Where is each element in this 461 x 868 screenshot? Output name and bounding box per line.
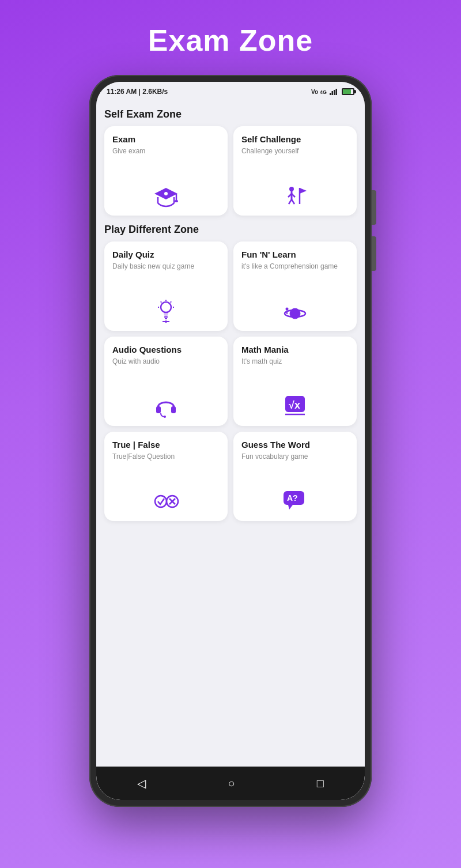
self-challenge-title: Self Challenge xyxy=(241,134,349,144)
true-false-sub: True|False Question xyxy=(112,452,220,462)
svg-line-22 xyxy=(171,301,171,303)
svg-line-12 xyxy=(289,199,292,204)
play-zone-grid: Daily Quiz Daily basic new quiz game xyxy=(104,241,357,521)
status-bar: 11:26 AM | 2.6KB/s Vo 4G xyxy=(96,82,365,99)
app-header: Self Exam Zone xyxy=(104,108,357,120)
self-challenge-card[interactable]: Self Challenge Challenge yourself xyxy=(233,126,357,216)
recent-button[interactable]: □ xyxy=(305,772,335,795)
planet-icon xyxy=(241,301,349,324)
true-false-card[interactable]: True | False True|False Question xyxy=(104,432,228,521)
fun-n-learn-sub: it's like a Comprehension game xyxy=(241,262,349,271)
guess-word-sub: Fun vocabulary game xyxy=(241,452,349,462)
nav-bar: ◁ ○ □ xyxy=(96,767,365,800)
back-button[interactable]: ◁ xyxy=(126,772,157,795)
bulb-icon xyxy=(112,299,220,324)
daily-quiz-sub: Daily basic new quiz game xyxy=(112,262,220,271)
audio-questions-title: Audio Questions xyxy=(112,345,220,354)
svg-point-37 xyxy=(155,496,167,507)
headphone-icon xyxy=(112,394,220,419)
svg-rect-32 xyxy=(171,406,176,413)
exam-card-sub: Give exam xyxy=(112,146,220,156)
audio-questions-card[interactable]: Audio Questions Quiz with audio xyxy=(104,337,228,426)
fun-n-learn-card[interactable]: Fun 'N' Learn it's like a Comprehension … xyxy=(233,241,357,331)
status-icons: Vo 4G xyxy=(311,88,354,95)
phone-frame: 11:26 AM | 2.6KB/s Vo 4G Self Exam Zone xyxy=(89,75,372,807)
page-title: Exam Zone xyxy=(148,23,313,58)
svg-line-23 xyxy=(161,301,161,303)
svg-point-8 xyxy=(289,187,294,191)
svg-marker-15 xyxy=(300,188,307,194)
home-button[interactable]: ○ xyxy=(216,772,246,795)
true-false-icon xyxy=(112,489,220,514)
svg-rect-2 xyxy=(332,91,334,95)
math-mania-sub: It's math quiz xyxy=(241,357,349,367)
svg-text:A?: A? xyxy=(287,493,298,503)
svg-point-29 xyxy=(286,308,289,311)
svg-rect-4 xyxy=(336,89,338,95)
graduation-cap-icon xyxy=(112,186,220,209)
math-mania-title: Math Mania xyxy=(241,345,349,354)
play-zone-title: Play Different Zone xyxy=(104,224,357,236)
svg-rect-31 xyxy=(156,406,161,413)
daily-quiz-title: Daily Quiz xyxy=(112,250,220,259)
svg-rect-3 xyxy=(334,90,335,95)
phone-screen: 11:26 AM | 2.6KB/s Vo 4G Self Exam Zone xyxy=(96,82,365,800)
signal-text: Vo xyxy=(311,89,318,95)
exam-card-title: Exam xyxy=(112,134,220,144)
audio-questions-sub: Quiz with audio xyxy=(112,357,220,367)
battery-icon xyxy=(342,88,354,95)
guess-word-title: Guess The Word xyxy=(241,440,349,450)
app-content: Self Exam Zone Exam Give exam xyxy=(96,99,365,767)
svg-text:4G: 4G xyxy=(320,89,327,95)
exam-card[interactable]: Exam Give exam xyxy=(104,126,228,216)
svg-point-5 xyxy=(164,192,168,195)
svg-point-33 xyxy=(164,416,166,418)
exam-zone-grid: Exam Give exam xyxy=(104,126,357,216)
math-icon: √x xyxy=(241,394,349,419)
challenge-icon xyxy=(241,183,349,209)
status-time: 11:26 AM | 2.6KB/s xyxy=(107,88,168,96)
svg-point-7 xyxy=(175,200,178,202)
svg-line-13 xyxy=(292,199,294,204)
math-mania-card[interactable]: Math Mania It's math quiz √x xyxy=(233,337,357,426)
svg-marker-43 xyxy=(288,505,293,510)
svg-text:√x: √x xyxy=(289,399,300,411)
true-false-title: True | False xyxy=(112,440,220,450)
word-icon: A? xyxy=(241,489,349,514)
signal-bars-icon xyxy=(330,88,339,95)
daily-quiz-card[interactable]: Daily Quiz Daily basic new quiz game xyxy=(104,241,228,331)
4g-icon: 4G xyxy=(320,88,328,95)
svg-rect-1 xyxy=(330,93,331,95)
svg-point-16 xyxy=(161,302,171,312)
guess-word-card[interactable]: Guess The Word Fun vocabulary game A? xyxy=(233,432,357,521)
self-challenge-sub: Challenge yourself xyxy=(241,146,349,156)
fun-n-learn-title: Fun 'N' Learn xyxy=(241,250,349,259)
